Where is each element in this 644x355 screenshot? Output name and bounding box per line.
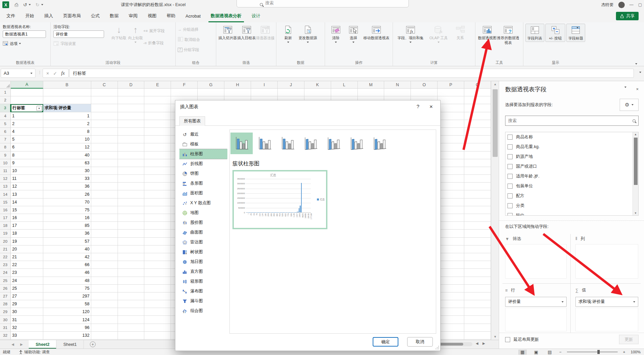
cell-Q4[interactable] xyxy=(464,112,491,120)
cell-Q20[interactable] xyxy=(464,238,491,245)
tab-5[interactable]: 数据 xyxy=(105,9,124,22)
cell-E7[interactable] xyxy=(144,136,171,143)
cell-D6[interactable] xyxy=(118,128,145,136)
cell-J1[interactable] xyxy=(278,89,304,96)
cell-P8[interactable] xyxy=(438,143,464,151)
cell-B13[interactable]: 36 xyxy=(43,183,91,190)
cell-E24[interactable] xyxy=(144,269,171,277)
row-labels-filter-icon[interactable]: ▼ xyxy=(36,106,42,111)
cell-Q31[interactable] xyxy=(464,324,491,332)
field-item[interactable]: 奶源产地 xyxy=(505,152,638,162)
cell-C20[interactable] xyxy=(91,238,118,245)
cell-A8[interactable]: 6 xyxy=(11,143,43,151)
chart-type-barh[interactable]: 条形图 xyxy=(179,179,227,188)
cell-C9[interactable] xyxy=(91,151,118,159)
cell-A7[interactable]: 5 xyxy=(11,136,43,143)
cell-B5[interactable]: 2 xyxy=(43,120,91,128)
zoom-out-icon[interactable]: − xyxy=(559,350,562,354)
cell-B31[interactable]: 96 xyxy=(43,324,91,332)
cell-D4[interactable] xyxy=(118,112,145,120)
field-list-toggle[interactable]: 字段列表 xyxy=(525,24,544,42)
chart-type-tmpl[interactable]: 模板 xyxy=(179,139,227,149)
cell-D10[interactable] xyxy=(118,159,145,167)
field-headers-toggle[interactable]: 字段标题 xyxy=(566,24,585,42)
cell-C22[interactable] xyxy=(91,253,118,261)
cell-Q18[interactable] xyxy=(464,222,491,230)
scroll-thumb[interactable] xyxy=(634,138,638,185)
cell-B25[interactable]: 48 xyxy=(43,277,91,285)
cell-Q11[interactable] xyxy=(464,167,491,175)
cell-P32[interactable] xyxy=(438,332,464,339)
cell-C29[interactable] xyxy=(91,308,118,316)
cell-C8[interactable] xyxy=(91,143,118,151)
row-header-6[interactable]: 6 xyxy=(0,128,11,136)
cell-E2[interactable] xyxy=(144,96,171,104)
cell-A24[interactable]: 23 xyxy=(11,269,43,277)
normal-view-icon[interactable]: ▦ xyxy=(518,350,526,355)
zoom-slider[interactable] xyxy=(567,352,618,352)
field-item[interactable]: 段位 xyxy=(505,211,638,216)
cell-E23[interactable] xyxy=(144,261,171,269)
column-header-E[interactable]: E xyxy=(144,81,171,89)
cell-Q6[interactable] xyxy=(464,128,491,136)
cell-D18[interactable] xyxy=(118,222,145,230)
cell-D20[interactable] xyxy=(118,238,145,245)
cell-P13[interactable] xyxy=(438,183,464,190)
cell-E13[interactable] xyxy=(144,183,171,190)
cell-C12[interactable] xyxy=(91,175,118,183)
scroll-up-icon[interactable]: ▲ xyxy=(491,81,499,87)
name-box[interactable]: A3 xyxy=(1,69,35,78)
cell-C14[interactable] xyxy=(91,190,118,198)
recommended-pivottables-button[interactable]: ?推荐的数据透视表 xyxy=(497,24,519,45)
subtype-3d-clustered-column[interactable] xyxy=(299,133,322,154)
cell-P24[interactable] xyxy=(438,269,464,277)
field-item[interactable]: 分类 xyxy=(505,201,638,211)
chart-type-area[interactable]: 面积图 xyxy=(179,188,227,198)
rows-area-dropzone[interactable] xyxy=(505,308,567,331)
chart-type-combo[interactable]: 组合图 xyxy=(179,306,227,316)
cell-E31[interactable] xyxy=(144,324,171,332)
row-header-31[interactable]: 31 xyxy=(0,324,11,332)
cell-P29[interactable] xyxy=(438,308,464,316)
chart-type-radar[interactable]: 雷达图 xyxy=(179,237,227,247)
row-header-28[interactable]: 28 xyxy=(0,300,11,308)
sheet-nav-left-icon[interactable]: ◀ xyxy=(11,342,14,346)
cell-A30[interactable]: 31 xyxy=(11,316,43,324)
collapse-field-button[interactable]: -≡折叠字段 xyxy=(143,39,165,47)
cell-P2[interactable] xyxy=(438,96,464,104)
cell-Q26[interactable] xyxy=(464,285,491,292)
active-field-input[interactable]: 评价量 xyxy=(53,30,104,38)
cell-Q30[interactable] xyxy=(464,316,491,324)
avatar[interactable] xyxy=(618,2,625,8)
column-header-Q[interactable]: Q xyxy=(464,81,491,89)
tab-10[interactable]: 数据透视表分析 xyxy=(206,9,247,22)
cell-B2[interactable] xyxy=(43,96,91,104)
row-header-9[interactable]: 9 xyxy=(0,151,11,159)
cell-C6[interactable] xyxy=(91,128,118,136)
cell-P10[interactable] xyxy=(438,159,464,167)
cell-Q5[interactable] xyxy=(464,120,491,128)
cell-D28[interactable] xyxy=(118,300,145,308)
cell-M1[interactable] xyxy=(358,89,385,96)
row-header-21[interactable]: 21 xyxy=(0,245,11,253)
cell-Q9[interactable] xyxy=(464,151,491,159)
subtype-stacked-column[interactable] xyxy=(253,133,276,154)
cell-E29[interactable] xyxy=(144,308,171,316)
cell-A28[interactable]: 29 xyxy=(11,300,43,308)
cell-D7[interactable] xyxy=(118,136,145,143)
cell-C32[interactable] xyxy=(91,332,118,339)
cell-P31[interactable] xyxy=(438,324,464,332)
cell-D11[interactable] xyxy=(118,167,145,175)
cell-D21[interactable] xyxy=(118,245,145,253)
row-header-2[interactable]: 2 xyxy=(0,96,11,104)
cell-C1[interactable] xyxy=(91,89,118,96)
chart-type-hist[interactable]: 直方图 xyxy=(179,267,227,277)
cell-A5[interactable]: 2 xyxy=(11,120,43,128)
cell-B20[interactable]: 57 xyxy=(43,238,91,245)
cell-B4[interactable]: 1 xyxy=(43,112,91,120)
cell-Q2[interactable] xyxy=(464,96,491,104)
undo-chevron-icon[interactable] xyxy=(29,4,31,5)
field-checkbox[interactable] xyxy=(507,164,513,169)
chart-type-box[interactable]: 箱形图 xyxy=(179,277,227,286)
cell-B8[interactable]: 12 xyxy=(43,143,91,151)
